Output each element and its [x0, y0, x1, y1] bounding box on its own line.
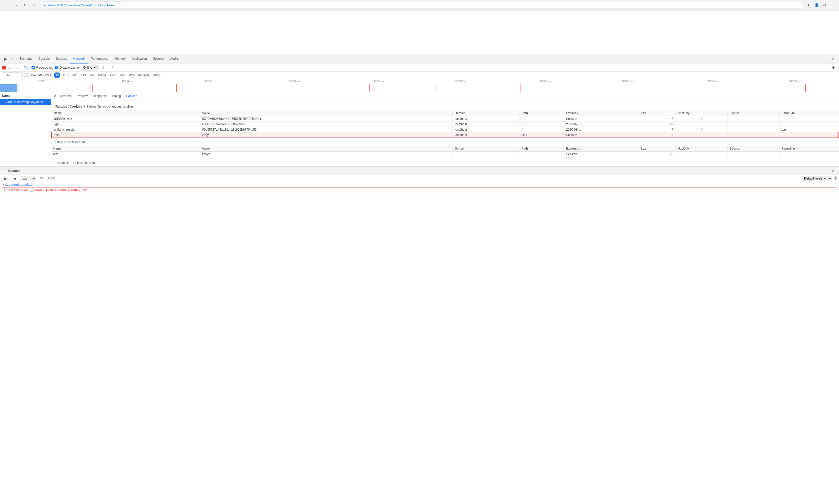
menu-icon[interactable]: ⋮ — [830, 2, 836, 8]
console-filter-input[interactable] — [47, 176, 800, 181]
details-tab-bar: ✕ Headers Preview Response Timing Cookie… — [51, 92, 839, 101]
bookmark-icon[interactable]: ★ — [805, 2, 811, 8]
record-button[interactable] — [2, 66, 6, 70]
request-count: 1 requests — [54, 161, 69, 165]
resp-cookie-httponly — [676, 151, 728, 157]
device-toggle-button[interactable]: ▭ — [9, 55, 16, 62]
filter-button[interactable]: ▿ — [13, 64, 20, 71]
devtools-close-button[interactable]: ✕ — [830, 55, 837, 62]
filter-img[interactable]: Img — [88, 72, 96, 78]
cookie-samesite — [779, 132, 839, 138]
tab-memory[interactable]: Memory — [111, 54, 129, 64]
preserve-log-checkbox[interactable] — [32, 66, 35, 69]
cookie-path: / — [520, 122, 564, 127]
cookie-row-jsessionid[interactable]: JSESSIONID 6C7076B2653A48CB55576D75F9E5C… — [52, 116, 839, 122]
show-filtered-checkbox[interactable] — [84, 105, 88, 108]
filter-media[interactable]: Media — [97, 72, 108, 78]
tab-response[interactable]: Response — [90, 92, 109, 101]
cookie-secure — [727, 122, 779, 127]
tab-timing[interactable]: Timing — [109, 92, 123, 101]
filter-css[interactable]: CSS — [78, 72, 87, 78]
tab-elements[interactable]: Elements — [16, 54, 35, 64]
tab-console[interactable]: Console — [35, 54, 53, 64]
search-button[interactable]: 🔍 — [22, 64, 30, 71]
filter-doc[interactable]: Doc — [118, 72, 127, 78]
show-filtered-label[interactable]: show filtered out request cookies — [84, 105, 134, 108]
col-secure: Secure — [727, 110, 779, 116]
tab-preview[interactable]: Preview — [74, 92, 90, 101]
request-item[interactable]: writeCookie?httpOnly=false — [0, 100, 51, 105]
levels-select[interactable]: Default levels ▼ — [802, 176, 832, 181]
console-settings-icon[interactable]: ⚙ — [834, 177, 837, 180]
filter-js[interactable]: JS — [71, 72, 77, 78]
console-panel: ⋮ Console ✕ ▶ ■ top 👁 Default levels ▼ ⚙… — [0, 166, 839, 202]
timeline-redline-6 — [520, 84, 521, 92]
request-list-header: Name — [0, 92, 51, 100]
tab-cookies[interactable]: Cookies — [123, 92, 140, 101]
console-block-button[interactable]: ■ — [11, 175, 18, 182]
console-close-button[interactable]: ✕ — [830, 167, 837, 175]
disable-cache-label[interactable]: Disable cache — [55, 66, 79, 69]
tab-headers[interactable]: Headers — [57, 92, 74, 101]
resp-col-samesite: SameSite — [779, 146, 839, 151]
hide-data-urls-checkbox[interactable] — [25, 73, 29, 77]
tab-security[interactable]: Security — [150, 54, 167, 64]
resp-cookie-row-test[interactable]: test zhuye Session 10 — [51, 151, 839, 157]
back-button[interactable]: ← — [3, 2, 10, 9]
cookie-samesite — [779, 116, 839, 122]
timeline-redline-2 — [92, 84, 92, 92]
console-content: > document.cookie < "test=zhuye; _ga=GA1… — [0, 182, 839, 202]
extension-icon[interactable]: ⚙ — [822, 2, 828, 8]
network-toolbar: △ ▿ 🔍 Preserve log Disable cache Online … — [0, 64, 839, 72]
cookie-row-grafana[interactable]: grafana_session 00b65787a441a24ca18c915b… — [52, 127, 839, 132]
filter-all[interactable]: All — [54, 72, 60, 78]
throttle-select[interactable]: Online — [81, 65, 98, 70]
disable-cache-checkbox[interactable] — [55, 66, 58, 69]
filter-input[interactable] — [2, 72, 22, 78]
upload-button[interactable]: ⇧ — [100, 64, 107, 71]
filter-manifest[interactable]: Manifest — [136, 72, 151, 78]
inspect-element-button[interactable]: ▶ — [2, 55, 9, 62]
filter-font[interactable]: Font — [109, 72, 118, 78]
reload-button[interactable]: ↻ — [21, 2, 29, 9]
settings-button[interactable]: ⚙ — [830, 64, 837, 71]
devtools-more-button[interactable]: ⋮ — [822, 55, 829, 62]
console-execute-button[interactable]: ▶ — [2, 175, 9, 182]
cookie-row-ga[interactable]: _ga GA1.1.907472498.1580877998 localhost… — [52, 122, 839, 127]
tab-application[interactable]: Application — [129, 54, 150, 64]
tab-network[interactable]: Network — [70, 54, 88, 64]
cookie-httponly: ✓ — [675, 116, 727, 122]
filter-xhr[interactable]: XHR — [61, 72, 70, 78]
col-name: Name — [52, 110, 200, 116]
clear-button[interactable]: △ — [8, 66, 11, 70]
cookie-size: 29 — [638, 122, 675, 127]
url-bar[interactable]: localhost:45678/xss/writeCookie?httpOnly… — [40, 2, 803, 9]
home-button[interactable]: ⌂ — [31, 2, 38, 9]
tab-sources[interactable]: Sources — [53, 54, 70, 64]
tab-performance[interactable]: Performance — [88, 54, 111, 64]
cookie-samesite: Lax — [779, 127, 839, 132]
profile-icon[interactable]: 👤 — [814, 2, 820, 8]
preserve-log-label[interactable]: Preserve log — [32, 66, 53, 69]
cookie-size: 9 — [638, 132, 675, 138]
cookie-row-test[interactable]: test zhuye localhost /xss Session 9 — [52, 132, 839, 138]
context-select[interactable]: top — [20, 176, 36, 181]
resp-cookie-domain — [453, 151, 520, 157]
filter-ws[interactable]: WS — [127, 72, 135, 78]
resp-col-path: Path — [520, 146, 564, 151]
cookie-expires: 2020-03-... — [564, 127, 639, 132]
resp-col-domain: Domain — [453, 146, 520, 151]
forward-button[interactable]: → — [12, 2, 19, 9]
resp-cookie-size: 10 — [639, 151, 676, 157]
cookie-name: _ga — [52, 122, 200, 127]
timeline-label-8: 180000 ms — [670, 80, 753, 83]
filter-other[interactable]: Other — [151, 72, 162, 78]
transferred-size: 97 B transferred — [73, 161, 95, 165]
eye-icon-button[interactable]: 👁 — [38, 175, 45, 182]
tab-audits[interactable]: Audits — [167, 54, 182, 64]
col-httponly: HttpOnly — [675, 110, 727, 116]
download-button[interactable]: ⇩ — [109, 64, 116, 71]
close-details-button[interactable]: ✕ — [52, 94, 57, 99]
hide-data-urls-label[interactable]: Hide data URLs — [25, 73, 51, 77]
filter-types-bar: Hide data URLs All XHR JS CSS Img Media … — [0, 72, 839, 79]
